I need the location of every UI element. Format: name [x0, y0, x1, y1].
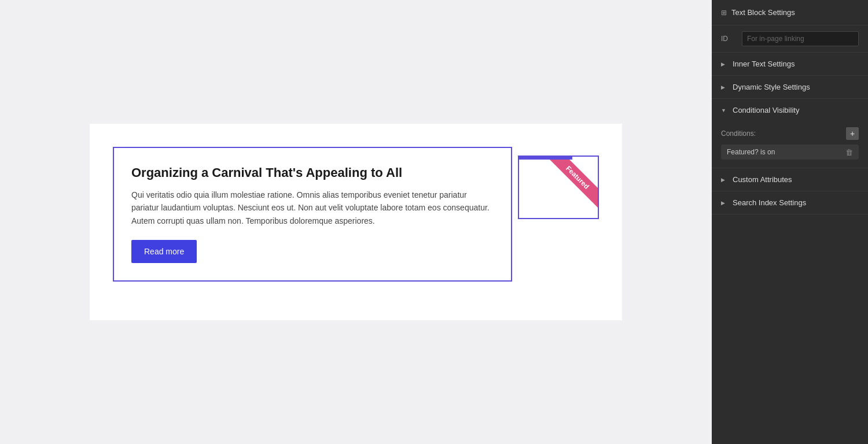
- featured-label-text: Featured: [531, 156, 556, 158]
- featured-label-bar: ⊞ Featured ⚙: [518, 156, 572, 160]
- accordion-conditional-visibility: Conditional Visibility Conditions: + Fea…: [712, 99, 868, 168]
- conditional-visibility-label: Conditional Visibility: [733, 106, 799, 114]
- id-input[interactable]: [742, 31, 859, 46]
- delete-condition-button[interactable]: 🗑: [845, 149, 853, 156]
- chevron-right-icon: [721, 61, 728, 67]
- panel-title: Text Block Settings: [731, 8, 795, 17]
- featured-ribbon: Featured: [546, 157, 598, 209]
- add-condition-button[interactable]: +: [846, 127, 859, 140]
- featured-block-icon: ⊞: [523, 156, 527, 157]
- accordion-header-conditional-visibility[interactable]: Conditional Visibility: [712, 99, 868, 121]
- accordion-header-dynamic-style[interactable]: Dynamic Style Settings: [712, 76, 868, 98]
- id-label: ID: [721, 35, 735, 43]
- settings-panel: ⊞ Text Block Settings ID Inner Text Sett…: [712, 0, 868, 444]
- conditional-visibility-content: Conditions: + Featured? is on 🗑: [712, 121, 868, 168]
- canvas-area: Organizing a Carnival That's Appealing t…: [0, 0, 712, 444]
- accordion-search-index: Search Index Settings: [712, 191, 868, 214]
- panel-header: ⊞ Text Block Settings: [712, 0, 868, 25]
- accordion-header-custom-attributes[interactable]: Custom Attributes: [712, 168, 868, 191]
- accordion-header-search-index[interactable]: Search Index Settings: [712, 191, 868, 214]
- ribbon-wrapper: Featured: [519, 157, 598, 218]
- gear-icon[interactable]: ⚙: [562, 156, 568, 158]
- custom-attributes-label: Custom Attributes: [733, 175, 792, 184]
- id-row: ID: [712, 25, 868, 53]
- card-body: Qui veritatis odio quia illum molestiae …: [131, 188, 494, 227]
- condition-pill: Featured? is on 🗑: [721, 145, 859, 160]
- search-index-label: Search Index Settings: [733, 198, 806, 207]
- condition-value: Featured? is on: [727, 148, 775, 156]
- conditions-label: Conditions:: [721, 130, 756, 138]
- inner-text-label: Inner Text Settings: [733, 60, 795, 68]
- accordion-header-inner-text[interactable]: Inner Text Settings: [712, 53, 868, 75]
- page-wrapper: Organizing a Carnival That's Appealing t…: [90, 124, 622, 320]
- dynamic-style-label: Dynamic Style Settings: [733, 83, 810, 91]
- chevron-down-icon: [721, 108, 728, 113]
- accordion-dynamic-style: Dynamic Style Settings: [712, 76, 868, 99]
- chevron-right-icon-3: [721, 177, 728, 183]
- card-title: Organizing a Carnival That's Appealing t…: [131, 165, 494, 180]
- chevron-right-icon-4: [721, 200, 728, 206]
- card-block: Organizing a Carnival That's Appealing t…: [113, 147, 512, 282]
- accordion-inner-text: Inner Text Settings: [712, 53, 868, 76]
- accordion-custom-attributes: Custom Attributes: [712, 168, 868, 191]
- chevron-right-icon-2: [721, 84, 728, 90]
- text-block-icon: ⊞: [721, 9, 727, 17]
- read-more-button[interactable]: Read more: [131, 240, 197, 263]
- featured-block: ⊞ Featured ⚙ Featured: [518, 156, 599, 219]
- conditions-row: Conditions: +: [721, 127, 859, 140]
